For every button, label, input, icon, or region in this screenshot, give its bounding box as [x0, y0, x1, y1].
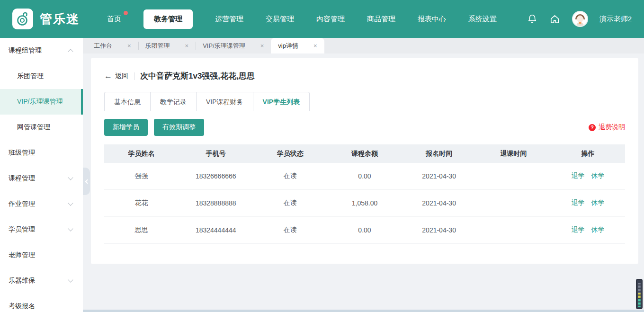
suspend-link[interactable]: 休学	[591, 199, 604, 207]
back-button[interactable]: ← 返回	[104, 71, 128, 81]
close-icon[interactable]: ×	[185, 42, 189, 49]
back-arrow-icon: ←	[104, 71, 112, 81]
sidebar-item-course-mgmt[interactable]: 课程管理	[0, 166, 83, 191]
chevron-down-icon	[68, 175, 73, 180]
drop-out-link[interactable]: 退学	[571, 172, 584, 180]
cell-status: 在读	[253, 172, 327, 180]
question-icon: ?	[589, 124, 596, 131]
sidebar-item-teacher-mgmt[interactable]: 老师管理	[0, 242, 83, 268]
cell-phone: 18326666666	[179, 172, 253, 180]
tab-teaching-records[interactable]: 教学记录	[151, 92, 197, 111]
sidebar-collapse-handle[interactable]	[83, 168, 90, 195]
close-icon[interactable]: ×	[127, 42, 131, 49]
main-nav: 首页 教务管理 运营管理 交易管理 内容管理 商品管理 报表中心 系统设置	[107, 9, 497, 29]
home-icon[interactable]	[549, 13, 561, 25]
nav-item-products[interactable]: 商品管理	[367, 15, 395, 24]
tab-vip-detail[interactable]: vip详情 ×	[271, 38, 324, 53]
user-name[interactable]: 演示老师2	[599, 15, 632, 24]
add-student-button[interactable]: 新增学员	[104, 119, 148, 136]
drop-out-link[interactable]: 退学	[571, 199, 584, 207]
toolbar: 新增学员 有效期调整 ? 退费说明	[104, 119, 625, 136]
main-content: ← 返回 次中音萨克斯1v3强强,花花,思思 基本信息 教学记录 VIP课程财务…	[83, 53, 644, 312]
table-header: 学员姓名 手机号 学员状态 课程余额 报名时间 退课时间 操作	[104, 144, 625, 163]
close-icon[interactable]: ×	[260, 42, 264, 49]
table-row: 花花 18328888888 在读 1,058.00 2021-04-30 退学…	[104, 190, 625, 217]
app-logo[interactable]	[12, 9, 33, 29]
detail-header: ← 返回 次中音萨克斯1v3强强,花花,思思	[104, 71, 625, 81]
col-actions: 操作	[551, 150, 625, 158]
close-icon[interactable]: ×	[313, 42, 317, 49]
horizontal-scrollbar[interactable]	[0, 310, 644, 312]
cell-status: 在读	[253, 226, 327, 234]
nav-item-transactions[interactable]: 交易管理	[266, 15, 294, 24]
sidebar-item-label: 作业管理	[9, 200, 35, 208]
tab-vip-course-finance[interactable]: VIP课程财务	[197, 92, 253, 111]
nav-item-settings[interactable]: 系统设置	[468, 15, 497, 24]
tab-vip-theory-mgmt[interactable]: VIP/乐理课管理 ×	[196, 38, 271, 53]
tab-vip-student-list[interactable]: VIP学生列表	[253, 92, 310, 111]
cell-balance: 0.00	[327, 172, 402, 180]
tab-label: vip详情	[278, 42, 298, 50]
detail-tabs: 基本信息 教学记录 VIP课程财务 VIP学生列表	[104, 92, 625, 111]
nav-item-content[interactable]: 内容管理	[316, 15, 345, 24]
sidebar-item-label: 课程管理	[9, 174, 35, 183]
table-row: 思思 18324444444 在读 0.00 2021-04-30 退学 休学	[104, 217, 625, 244]
cell-phone: 18328888888	[179, 199, 253, 207]
nav-item-label: 首页	[107, 15, 121, 23]
refund-policy-link[interactable]: ? 退费说明	[589, 123, 625, 132]
refund-policy-label: 退费说明	[599, 123, 625, 132]
nav-item-academic-admin[interactable]: 教务管理	[143, 9, 193, 29]
col-status: 学员状态	[253, 150, 327, 158]
open-tabs-bar: 工作台 × 乐团管理 × VIP/乐理课管理 × vip详情 ×	[83, 38, 644, 53]
sidebar-item-label: 课程组管理	[9, 46, 42, 55]
navbar-right: 演示老师2	[527, 11, 632, 27]
cell-actions: 退学 休学	[551, 226, 625, 234]
nav-item-operations[interactable]: 运营管理	[215, 15, 243, 24]
page-title: 次中音萨克斯1v3强强,花花,思思	[140, 71, 255, 81]
student-table: 学员姓名 手机号 学员状态 课程余额 报名时间 退课时间 操作 强强 18326…	[104, 144, 625, 244]
tab-label: 乐团管理	[145, 42, 170, 50]
sidebar-item-instrument-maintenance[interactable]: 乐器维保	[0, 268, 83, 294]
chevron-up-icon	[68, 49, 73, 54]
tab-basic-info[interactable]: 基本信息	[104, 92, 151, 111]
sidebar-item-course-groups[interactable]: 课程组管理	[0, 38, 83, 63]
suspend-link[interactable]: 休学	[591, 226, 604, 234]
table-row: 强强 18326666666 在读 0.00 2021-04-30 退学 休学	[104, 163, 625, 190]
cell-phone: 18324444444	[179, 226, 253, 234]
sidebar-item-band-mgmt[interactable]: 乐团管理	[0, 63, 83, 89]
nav-item-reports[interactable]: 报表中心	[418, 15, 446, 24]
divider	[134, 72, 134, 80]
adjust-validity-button[interactable]: 有效期调整	[154, 119, 204, 136]
bell-icon[interactable]	[527, 13, 538, 25]
cell-enroll-date: 2021-04-30	[402, 172, 476, 180]
tab-workbench[interactable]: 工作台 ×	[87, 38, 138, 53]
cell-student-name: 思思	[104, 226, 179, 234]
nav-item-home[interactable]: 首页	[107, 15, 121, 24]
sidebar-item-class-mgmt[interactable]: 班级管理	[0, 140, 83, 166]
cell-status: 在读	[253, 199, 327, 207]
top-navbar: 管乐迷 首页 教务管理 运营管理 交易管理 内容管理 商品管理 报表中心 系统设…	[0, 0, 644, 38]
cell-balance: 0.00	[327, 226, 402, 234]
col-student-name: 学员姓名	[104, 150, 179, 158]
sidebar-item-label: 学员管理	[9, 225, 35, 234]
cell-enroll-date: 2021-04-30	[402, 226, 476, 234]
sidebar-item-vip-theory-mgmt[interactable]: VIP/乐理课管理	[0, 89, 83, 115]
tab-band-mgmt[interactable]: 乐团管理 ×	[138, 38, 196, 53]
col-balance: 课程余额	[327, 150, 402, 158]
cell-balance: 1,058.00	[327, 199, 402, 207]
drop-out-link[interactable]: 退学	[571, 226, 584, 234]
suspend-link[interactable]: 休学	[591, 172, 604, 180]
sidebar-item-exam-registration[interactable]: 考级报名	[0, 294, 83, 312]
chevron-down-icon	[68, 277, 73, 282]
cell-student-name: 花花	[104, 199, 179, 207]
user-avatar[interactable]	[572, 11, 588, 27]
tab-label: 工作台	[94, 42, 112, 50]
back-label: 返回	[115, 72, 128, 80]
notification-dot	[124, 11, 128, 15]
sidebar-item-homework-mgmt[interactable]: 作业管理	[0, 191, 83, 217]
sidebar-item-student-mgmt[interactable]: 学员管理	[0, 217, 83, 242]
sidebar-item-online-course-mgmt[interactable]: 网管课管理	[0, 115, 83, 140]
chevron-left-icon	[85, 179, 89, 184]
tuba-logo-icon	[15, 11, 31, 27]
col-quit-date: 退课时间	[476, 150, 551, 158]
